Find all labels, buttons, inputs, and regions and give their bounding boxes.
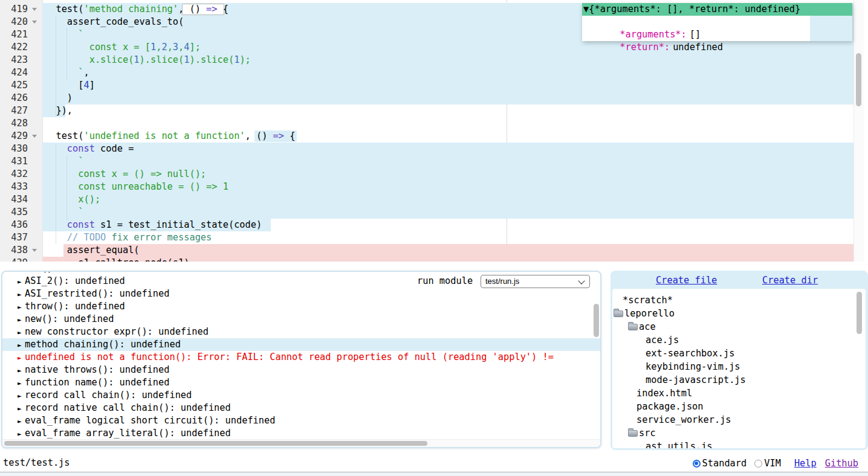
tests-hscrollbar-thumb[interactable] (4, 441, 427, 446)
editor-scrollbar-track[interactable] (853, 0, 864, 262)
folder-icon (614, 310, 623, 317)
tree-item[interactable]: keybinding-vim.js (612, 360, 866, 373)
test-result-item[interactable]: ►method chaining(): undefined (2, 338, 600, 351)
tree-item[interactable]: package.json (612, 400, 866, 413)
tree-item-label: ext-searchbox.js (646, 347, 734, 360)
expand-arrow-icon[interactable]: ► (18, 402, 25, 415)
expand-arrow-icon[interactable]: ► (18, 352, 25, 364)
code-line-424[interactable]: 424 `, (0, 66, 868, 79)
code-line-431[interactable]: 431 ` (0, 155, 868, 168)
test-result-item[interactable]: ►record native call chain(): undefined (2, 402, 600, 414)
expand-arrow-icon[interactable]: ► (18, 364, 25, 377)
tree-item[interactable]: service_worker.js (612, 413, 866, 426)
tooltip-value: [] (690, 29, 701, 40)
line-highlight (42, 66, 853, 79)
fold-arrow-icon[interactable] (32, 249, 37, 252)
line-highlight (42, 92, 853, 105)
code-line-432[interactable]: 432 const x = () => null(); (0, 168, 868, 181)
code-line-439[interactable]: 439 s1.calltree_node(s1) (0, 257, 868, 262)
test-result-item[interactable]: ►new constructor expr(): undefined (2, 326, 600, 338)
code-line-427[interactable]: 427 }), (0, 105, 868, 117)
line-number: 432 (0, 168, 28, 181)
line-number: 435 (0, 206, 28, 219)
create-file-button[interactable]: Create file (656, 275, 717, 286)
tree-item[interactable]: ext-searchbox.js (612, 347, 866, 360)
code-line-422[interactable]: 422 const x = [1,2,3,4]; (0, 41, 868, 54)
fold-arrow-icon[interactable] (32, 135, 37, 138)
value-tooltip-header[interactable]: ▼{*arguments*: [], *return*: undefined} (582, 3, 852, 16)
run-module-select[interactable]: test/run.js (481, 275, 590, 288)
vim-radio-label[interactable]: VIM (764, 458, 781, 469)
expand-arrow-icon[interactable]: ► (18, 377, 25, 390)
code-line-433[interactable]: 433 const unreachable = () => 1 (0, 181, 868, 193)
line-number: 434 (0, 193, 28, 206)
expand-arrow-icon[interactable]: ► (18, 314, 25, 326)
editor-scrollbar-thumb[interactable] (856, 53, 861, 106)
expand-arrow-icon[interactable]: ► (18, 415, 25, 428)
test-result-label: eval_frame logical short circuit(): unde… (25, 415, 275, 426)
code-line-437[interactable]: 437 // TODO fix error messages (0, 231, 868, 244)
expand-arrow-icon[interactable]: ► (18, 326, 25, 339)
expand-arrow-icon[interactable]: ► (18, 275, 25, 288)
fold-arrow-icon[interactable] (32, 21, 37, 24)
code-line-436[interactable]: 436 const s1 = test_initial_state(code) (0, 219, 868, 231)
create-dir-button[interactable]: Create dir (762, 275, 818, 286)
expand-arrow-icon[interactable]: ► (18, 390, 25, 402)
test-result-item[interactable]: ►native throws(): undefined (2, 364, 600, 376)
test-result-item[interactable]: ►undefined is not a function(): Error: F… (2, 351, 600, 364)
standard-radio[interactable] (693, 460, 701, 468)
tests-hscrollbar-track[interactable] (2, 439, 600, 447)
line-number: 425 (0, 79, 28, 92)
line-highlight (63, 244, 853, 257)
code-line-438[interactable]: 438 assert_equal( (0, 244, 868, 257)
code-line-428[interactable]: 428 (0, 117, 868, 130)
code-line-425[interactable]: 425 [4] (0, 79, 868, 92)
tree-item-label: package.json (636, 400, 704, 413)
line-number: 437 (0, 231, 28, 244)
code-line-423[interactable]: 423 x.slice(1).slice(1).slice(1); (0, 54, 868, 66)
test-result-item[interactable]: ►eval_frame logical short circuit(): und… (2, 414, 600, 427)
expand-arrow-icon[interactable]: ► (18, 301, 25, 314)
code-line-429[interactable]: 429 test('undefined is not a function', … (0, 130, 868, 143)
vim-radio[interactable] (754, 460, 762, 468)
expand-arrow-icon[interactable]: ► (18, 339, 25, 352)
fold-arrow-icon[interactable] (32, 8, 37, 11)
help-link[interactable]: Help (794, 458, 817, 469)
code-line-430[interactable]: 430 const code = (0, 143, 868, 155)
folder-icon (628, 430, 638, 437)
tree-item[interactable]: ace (612, 320, 866, 333)
test-result-item[interactable]: ►ASI(): undefined (2, 271, 600, 275)
files-scrollbar-thumb[interactable] (857, 292, 862, 334)
test-result-label: new(): undefined (25, 314, 114, 324)
test-result-item[interactable]: ►eval_frame array_literal(): undefined (2, 427, 600, 440)
code-line-435[interactable]: 435 ` (0, 206, 868, 219)
tree-item[interactable]: ast_utils.js (612, 440, 866, 448)
test-result-item[interactable]: ►throw(): undefined (2, 300, 600, 313)
test-result-item[interactable]: ►new(): undefined (2, 313, 600, 326)
tree-item[interactable]: src (612, 426, 866, 440)
line-number: 428 (0, 117, 28, 130)
line-highlight (42, 206, 853, 219)
tree-item[interactable]: index.html (612, 387, 866, 400)
line-number: 433 (0, 181, 28, 193)
expand-arrow-icon[interactable]: ► (18, 288, 25, 301)
tree-item[interactable]: *scratch* (612, 294, 866, 307)
expand-arrow-icon[interactable]: ► (18, 428, 25, 440)
tree-item[interactable]: leporello (612, 307, 866, 320)
test-result-item[interactable]: ►ASI_restrited(): undefined (2, 288, 600, 300)
github-link[interactable]: Github (825, 458, 858, 469)
test-result-item[interactable]: ►record call chain(): undefined (2, 389, 600, 402)
folder-icon (628, 324, 638, 330)
line-highlight (42, 79, 853, 92)
tests-vscrollbar-thumb[interactable] (594, 304, 599, 337)
line-highlight (42, 143, 853, 155)
value-tooltip: ▼{*arguments*: [], *return*: undefined} … (582, 3, 852, 41)
code-line-434[interactable]: 434 x(); (0, 193, 868, 206)
value-tooltip-row[interactable]: *arguments*:[] (582, 16, 810, 28)
tree-item[interactable]: mode-javascript.js (612, 373, 866, 387)
code-line-426[interactable]: 426 ) (0, 92, 868, 105)
line-number: 423 (0, 54, 28, 66)
standard-radio-label[interactable]: Standard (702, 458, 747, 469)
test-result-item[interactable]: ►function name(): undefined (2, 376, 600, 389)
tree-item[interactable]: ace.js (612, 333, 866, 347)
